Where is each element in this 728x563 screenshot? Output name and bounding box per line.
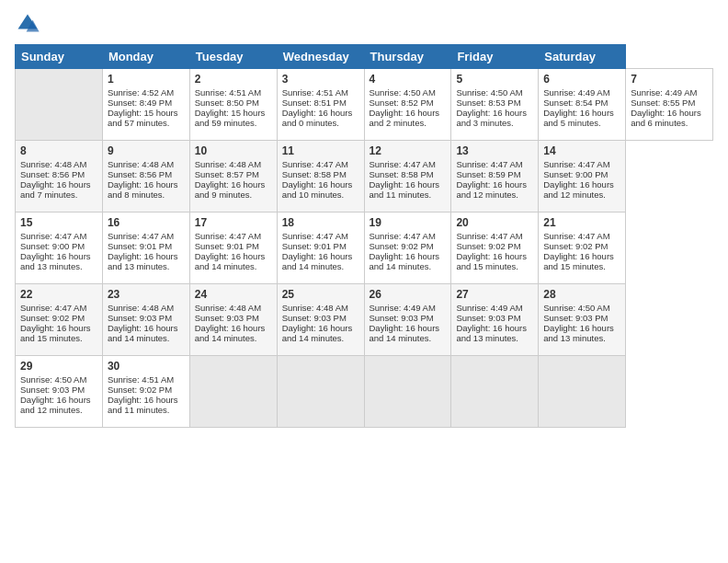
sunset-text: Sunset: 9:03 PM <box>195 313 259 323</box>
calendar-table: SundayMondayTuesdayWednesdayThursdayFrid… <box>15 44 713 428</box>
calendar-cell <box>16 69 103 141</box>
calendar-cell <box>277 356 364 428</box>
calendar-header-friday: Friday <box>451 45 539 69</box>
sunset-text: Sunset: 8:56 PM <box>20 169 85 179</box>
sunset-text: Sunset: 9:02 PM <box>456 241 520 251</box>
sunset-text: Sunset: 9:02 PM <box>370 241 434 251</box>
calendar-cell: 26Sunrise: 4:49 AMSunset: 9:03 PMDayligh… <box>364 284 451 356</box>
calendar-cell <box>189 356 277 428</box>
sunrise-text: Sunrise: 4:47 AM <box>543 231 609 241</box>
day-number: 8 <box>20 144 97 157</box>
day-number: 4 <box>370 73 447 86</box>
calendar-cell <box>451 356 539 428</box>
day-number: 27 <box>456 288 533 301</box>
sunset-text: Sunset: 9:03 PM <box>108 313 172 323</box>
sunset-text: Sunset: 8:51 PM <box>282 98 347 108</box>
sunrise-text: Sunrise: 4:47 AM <box>543 159 609 169</box>
daylight-text: Daylight: 16 hours and 8 minutes. <box>108 179 178 200</box>
sunset-text: Sunset: 8:52 PM <box>370 98 434 108</box>
daylight-text: Daylight: 16 hours and 12 minutes. <box>20 395 91 415</box>
sunset-text: Sunset: 9:03 PM <box>370 313 434 323</box>
daylight-text: Daylight: 16 hours and 2 minutes. <box>370 108 440 128</box>
day-number: 23 <box>108 288 185 301</box>
calendar-header-sunday: Sunday <box>16 45 103 69</box>
calendar-cell: 29Sunrise: 4:50 AMSunset: 9:03 PMDayligh… <box>16 356 103 428</box>
calendar-cell: 13Sunrise: 4:47 AMSunset: 8:59 PMDayligh… <box>451 141 539 213</box>
sunrise-text: Sunrise: 4:47 AM <box>456 231 522 241</box>
calendar-week-row: 8Sunrise: 4:48 AMSunset: 8:56 PMDaylight… <box>16 141 713 213</box>
sunrise-text: Sunrise: 4:47 AM <box>282 159 348 169</box>
day-number: 6 <box>543 73 620 86</box>
sunset-text: Sunset: 8:50 PM <box>195 98 259 108</box>
day-number: 21 <box>543 216 620 229</box>
sunrise-text: Sunrise: 4:48 AM <box>108 303 174 313</box>
calendar-week-row: 15Sunrise: 4:47 AMSunset: 9:00 PMDayligh… <box>16 213 713 284</box>
sunset-text: Sunset: 9:03 PM <box>543 313 608 323</box>
day-number: 15 <box>20 216 97 229</box>
sunset-text: Sunset: 8:55 PM <box>631 98 695 108</box>
day-number: 29 <box>20 360 97 373</box>
calendar-cell: 17Sunrise: 4:47 AMSunset: 9:01 PMDayligh… <box>189 213 277 284</box>
daylight-text: Daylight: 16 hours and 13 minutes. <box>108 251 178 271</box>
day-number: 30 <box>108 360 185 373</box>
sunset-text: Sunset: 9:02 PM <box>108 385 172 395</box>
calendar-header-row: SundayMondayTuesdayWednesdayThursdayFrid… <box>16 45 713 69</box>
sunrise-text: Sunrise: 4:49 AM <box>456 303 522 313</box>
calendar-header-thursday: Thursday <box>364 45 451 69</box>
daylight-text: Daylight: 16 hours and 14 minutes. <box>370 251 440 271</box>
sunrise-text: Sunrise: 4:48 AM <box>20 159 86 169</box>
daylight-text: Daylight: 16 hours and 15 minutes. <box>20 323 91 343</box>
daylight-text: Daylight: 16 hours and 13 minutes. <box>543 323 614 343</box>
sunrise-text: Sunrise: 4:47 AM <box>20 231 86 241</box>
calendar-cell: 30Sunrise: 4:51 AMSunset: 9:02 PMDayligh… <box>102 356 189 428</box>
sunrise-text: Sunrise: 4:47 AM <box>456 159 522 169</box>
day-number: 19 <box>370 216 447 229</box>
daylight-text: Daylight: 16 hours and 7 minutes. <box>20 179 91 200</box>
calendar-cell: 16Sunrise: 4:47 AMSunset: 9:01 PMDayligh… <box>102 213 189 284</box>
logo-icon <box>15 11 40 37</box>
sunrise-text: Sunrise: 4:47 AM <box>195 231 261 241</box>
day-number: 2 <box>195 73 272 86</box>
day-number: 18 <box>282 216 359 229</box>
day-number: 14 <box>543 144 620 157</box>
day-number: 22 <box>20 288 97 301</box>
daylight-text: Daylight: 16 hours and 14 minutes. <box>282 323 353 343</box>
sunrise-text: Sunrise: 4:48 AM <box>108 159 174 169</box>
calendar-header-saturday: Saturday <box>539 45 626 69</box>
sunrise-text: Sunrise: 4:48 AM <box>282 303 348 313</box>
sunset-text: Sunset: 8:57 PM <box>195 169 259 179</box>
day-number: 3 <box>282 73 359 86</box>
calendar-cell: 15Sunrise: 4:47 AMSunset: 9:00 PMDayligh… <box>16 213 103 284</box>
calendar-cell: 23Sunrise: 4:48 AMSunset: 9:03 PMDayligh… <box>102 284 189 356</box>
day-number: 11 <box>282 144 359 157</box>
daylight-text: Daylight: 15 hours and 59 minutes. <box>195 108 266 128</box>
daylight-text: Daylight: 16 hours and 6 minutes. <box>631 108 701 128</box>
sunrise-text: Sunrise: 4:51 AM <box>108 374 174 385</box>
sunrise-text: Sunrise: 4:49 AM <box>543 87 609 98</box>
calendar-cell: 25Sunrise: 4:48 AMSunset: 9:03 PMDayligh… <box>277 284 364 356</box>
day-number: 1 <box>108 73 185 86</box>
sunrise-text: Sunrise: 4:50 AM <box>543 303 609 313</box>
daylight-text: Daylight: 16 hours and 14 minutes. <box>195 323 266 343</box>
sunset-text: Sunset: 8:58 PM <box>370 169 434 179</box>
daylight-text: Daylight: 16 hours and 12 minutes. <box>543 179 614 200</box>
day-number: 10 <box>195 144 272 157</box>
calendar-cell: 22Sunrise: 4:47 AMSunset: 9:02 PMDayligh… <box>16 284 103 356</box>
sunset-text: Sunset: 8:56 PM <box>108 169 172 179</box>
sunset-text: Sunset: 8:53 PM <box>456 98 520 108</box>
sunset-text: Sunset: 9:01 PM <box>282 241 347 251</box>
sunrise-text: Sunrise: 4:47 AM <box>108 231 174 241</box>
calendar-cell <box>364 356 451 428</box>
sunset-text: Sunset: 8:58 PM <box>282 169 347 179</box>
calendar-cell: 14Sunrise: 4:47 AMSunset: 9:00 PMDayligh… <box>539 141 626 213</box>
day-number: 28 <box>543 288 620 301</box>
header <box>15 11 713 37</box>
daylight-text: Daylight: 16 hours and 10 minutes. <box>282 179 353 200</box>
calendar-cell: 3Sunrise: 4:51 AMSunset: 8:51 PMDaylight… <box>277 69 364 141</box>
calendar-cell: 10Sunrise: 4:48 AMSunset: 8:57 PMDayligh… <box>189 141 277 213</box>
calendar-cell: 11Sunrise: 4:47 AMSunset: 8:58 PMDayligh… <box>277 141 364 213</box>
calendar-cell: 4Sunrise: 4:50 AMSunset: 8:52 PMDaylight… <box>364 69 451 141</box>
calendar-cell: 6Sunrise: 4:49 AMSunset: 8:54 PMDaylight… <box>539 69 626 141</box>
daylight-text: Daylight: 16 hours and 14 minutes. <box>108 323 178 343</box>
calendar-week-row: 1Sunrise: 4:52 AMSunset: 8:49 PMDaylight… <box>16 69 713 141</box>
